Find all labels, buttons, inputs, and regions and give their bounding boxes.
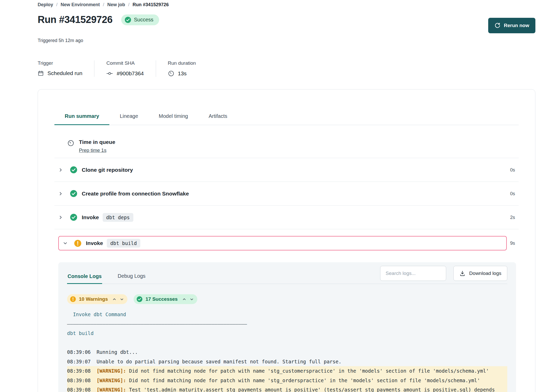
header-row: Run #341529726 Success Rerun now — [38, 14, 535, 33]
clock-icon — [67, 140, 74, 153]
success-check-icon — [70, 166, 77, 173]
search-logs-input[interactable] — [380, 266, 446, 281]
log-warning-line: 08:39:08 [WARNING]: Did not find matchin… — [67, 376, 507, 385]
download-logs-label: Download logs — [469, 271, 501, 276]
time-in-queue-title: Time in queue — [79, 139, 115, 145]
log-message: Did not find matching node for patch wit… — [129, 378, 480, 383]
log-tabs: Console Logs Debug Logs — [67, 266, 161, 284]
status-badge-label: Success — [134, 17, 153, 23]
prep-time-link[interactable]: Prep time 1s — [79, 148, 115, 153]
log-actions: Download logs — [380, 266, 507, 284]
warnings-badge-label: 10 Warnings — [79, 296, 108, 302]
successes-badge-label: 17 Successes — [145, 296, 178, 302]
warning-tag: [WARNING]: — [96, 368, 129, 374]
success-check-icon — [70, 214, 77, 221]
step-command-chip: dbt build — [107, 239, 141, 248]
step-invoke-dbt-build[interactable]: Invoke dbt build 9s — [54, 236, 519, 250]
breadcrumb-deploy[interactable]: Deploy — [38, 2, 53, 7]
tab-model-timing[interactable]: Model timing — [149, 113, 198, 125]
check-circle-icon — [125, 17, 131, 23]
meta-duration: Run duration 13s — [156, 60, 208, 77]
page-title: Run #341529726 — [38, 14, 112, 25]
tab-lineage[interactable]: Lineage — [109, 113, 148, 125]
log-line: dbt build — [67, 329, 507, 338]
prev-warning-caret-up-icon[interactable] — [112, 297, 116, 301]
log-filter-badges: 10 Warnings 17 Successes — [67, 294, 507, 304]
meta-commit-value: #900b7364 — [117, 70, 144, 77]
meta-duration-value: 13s — [178, 70, 187, 77]
title-wrap: Run #341529726 Success — [38, 14, 159, 25]
selected-step-box[interactable]: Invoke dbt build — [58, 236, 507, 250]
chevron-right-icon — [58, 191, 63, 196]
chevron-right-icon — [58, 215, 63, 220]
step-duration: 9s — [510, 241, 515, 246]
breadcrumb-current-run: Run #341529726 — [133, 2, 169, 7]
next-warning-caret-down-icon[interactable] — [120, 297, 124, 301]
status-badge: Success — [121, 14, 159, 25]
step-name: Invoke — [82, 214, 99, 221]
meta-trigger-label: Trigger — [38, 60, 82, 66]
triggered-text: Triggered 5h 12m ago — [38, 38, 535, 43]
log-panel: Console Logs Debug Logs Download logs — [58, 262, 516, 392]
chevron-down-icon — [63, 241, 68, 246]
warning-icon — [70, 296, 76, 302]
run-summary-card: Run summary Lineage Model timing Artifac… — [38, 89, 535, 392]
log-message: Test 'test.admin_maturity.assert_stg_pay… — [67, 387, 498, 392]
log-message: Did not find matching node for patch wit… — [129, 368, 489, 374]
breadcrumb: Deploy / New Environment / New job / Run… — [38, 2, 535, 7]
step-name: Clone git repository — [82, 167, 133, 173]
breadcrumb-new-job[interactable]: New job — [107, 2, 125, 7]
tab-artifacts[interactable]: Artifacts — [198, 113, 238, 125]
time-in-queue-section: Time in queue Prep time 1s — [54, 139, 519, 153]
warnings-badge[interactable]: 10 Warnings — [67, 294, 127, 304]
log-timestamp: 08:39:08 — [67, 387, 96, 392]
step-invoke-dbt-deps[interactable]: Invoke dbt deps 2s — [54, 206, 519, 229]
meta-trigger: Trigger Scheduled run — [38, 60, 94, 77]
clock-icon — [168, 70, 174, 77]
tab-console-logs[interactable]: Console Logs — [67, 266, 102, 284]
log-warning-line: 08:39:08 [WARNING]: Test 'test.admin_mat… — [67, 385, 507, 392]
tab-run-summary[interactable]: Run summary — [54, 113, 109, 125]
breadcrumb-separator: / — [128, 2, 129, 7]
run-details-page: Deploy / New Environment / New job / Run… — [0, 0, 539, 392]
step-duration: 0s — [510, 191, 515, 196]
download-icon — [459, 270, 466, 276]
next-success-caret-down-icon[interactable] — [190, 297, 194, 301]
step-clone-git-repository[interactable]: Clone git repository 0s — [54, 158, 519, 182]
refresh-icon — [494, 22, 501, 29]
step-name: Invoke — [86, 240, 103, 246]
calendar-icon — [38, 70, 44, 76]
breadcrumb-separator: / — [56, 2, 58, 7]
run-tabs: Run summary Lineage Model timing Artifac… — [54, 113, 519, 125]
log-timestamp: 08:39:08 — [67, 368, 96, 374]
log-line: 08:39:06 Running dbt... — [67, 347, 507, 357]
success-check-icon — [70, 190, 77, 197]
rerun-button-label: Rerun now — [504, 23, 529, 28]
warning-tag: [WARNING]: — [96, 387, 129, 392]
log-warning-line: 08:39:08 [WARNING]: Did not find matchin… — [67, 366, 507, 376]
meta-trigger-value: Scheduled run — [47, 70, 82, 76]
chevron-right-icon — [58, 168, 63, 172]
step-command-chip: dbt deps — [103, 213, 134, 222]
tab-debug-logs[interactable]: Debug Logs — [117, 266, 146, 284]
step-create-profile-snowflake[interactable]: Create profile from connection Snowflake… — [54, 182, 519, 206]
step-duration: 0s — [510, 167, 515, 173]
prev-success-caret-up-icon[interactable] — [182, 297, 186, 301]
log-divider-line: ————————————————————————————————————————… — [67, 319, 507, 329]
step-name: Create profile from connection Snowflake — [82, 191, 189, 197]
warning-icon — [74, 240, 81, 247]
log-timestamp: 08:39:08 — [67, 378, 96, 383]
meta-duration-label: Run duration — [168, 60, 196, 66]
warning-tag: [WARNING]: — [96, 378, 129, 383]
git-commit-icon — [106, 70, 113, 77]
meta-commit: Commit SHA #900b7364 — [94, 60, 156, 77]
step-duration: 2s — [510, 215, 515, 220]
successes-badge[interactable]: 17 Successes — [134, 294, 197, 304]
log-line: Invoke dbt Command — [67, 310, 507, 319]
log-blank-line — [67, 338, 507, 348]
meta-commit-label: Commit SHA — [106, 60, 144, 66]
rerun-button[interactable]: Rerun now — [488, 18, 535, 33]
download-logs-button[interactable]: Download logs — [453, 266, 507, 281]
breadcrumb-new-environment[interactable]: New Environment — [61, 2, 100, 7]
console-log-output: Invoke dbt Command —————————————————————… — [67, 310, 507, 392]
